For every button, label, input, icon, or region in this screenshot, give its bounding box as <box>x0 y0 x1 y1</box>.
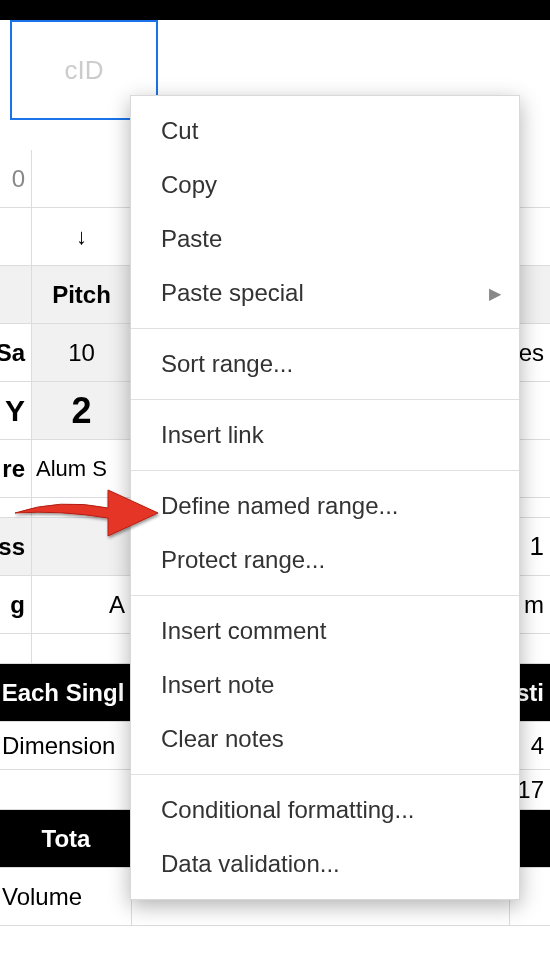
menu-item-protect-range[interactable]: Protect range... <box>131 533 519 587</box>
cell[interactable]: 2 <box>32 382 132 439</box>
menu-separator <box>131 399 519 400</box>
cell[interactable]: Alum S <box>32 440 132 497</box>
cell[interactable]: 10 <box>32 324 132 381</box>
menu-item-cut[interactable]: Cut <box>131 104 519 158</box>
cell[interactable]: Dimension <box>0 722 132 769</box>
menu-separator <box>131 595 519 596</box>
menu-label: Sort range... <box>161 350 293 378</box>
cell[interactable]: 0 <box>0 150 32 207</box>
menu-label: Conditional formatting... <box>161 796 414 824</box>
menu-label: Insert comment <box>161 617 326 645</box>
sort-arrow-icon[interactable]: ↓ <box>32 208 132 265</box>
menu-item-data-validation[interactable]: Data validation... <box>131 837 519 891</box>
cell[interactable] <box>0 770 132 809</box>
menu-label: Define named range... <box>161 492 398 520</box>
menu-separator <box>131 470 519 471</box>
menu-label: Copy <box>161 171 217 199</box>
cell[interactable]: Sa <box>0 324 32 381</box>
menu-label: Cut <box>161 117 198 145</box>
submenu-arrow-icon: ▶ <box>489 284 501 303</box>
cell[interactable] <box>32 634 132 663</box>
menu-label: Clear notes <box>161 725 284 753</box>
menu-item-paste-special[interactable]: Paste special ▶ <box>131 266 519 320</box>
menu-label: Protect range... <box>161 546 325 574</box>
cell[interactable]: Pitch <box>32 266 132 323</box>
menu-separator <box>131 328 519 329</box>
menu-item-insert-comment[interactable]: Insert comment <box>131 604 519 658</box>
cell[interactable] <box>0 498 32 517</box>
menu-item-copy[interactable]: Copy <box>131 158 519 212</box>
menu-label: Paste <box>161 225 222 253</box>
menu-item-conditional-formatting[interactable]: Conditional formatting... <box>131 783 519 837</box>
menu-item-insert-note[interactable]: Insert note <box>131 658 519 712</box>
window-titlebar <box>0 0 550 20</box>
menu-item-define-named-range[interactable]: Define named range... <box>131 479 519 533</box>
cell[interactable] <box>0 634 32 663</box>
cell[interactable] <box>0 266 32 323</box>
menu-item-insert-link[interactable]: Insert link <box>131 408 519 462</box>
menu-item-clear-notes[interactable]: Clear notes <box>131 712 519 766</box>
menu-label: Insert note <box>161 671 274 699</box>
cell[interactable]: ss <box>0 518 32 575</box>
menu-separator <box>131 774 519 775</box>
cell[interactable] <box>32 498 132 517</box>
menu-label: Paste special <box>161 279 304 307</box>
cell[interactable] <box>32 518 132 575</box>
cell[interactable] <box>32 150 132 207</box>
cell[interactable]: Volume <box>0 868 132 925</box>
cell[interactable]: Y <box>0 382 32 439</box>
cell[interactable]: Tota <box>0 810 132 867</box>
selected-cell-label: cID <box>65 55 104 86</box>
cell[interactable]: A <box>32 576 132 633</box>
cell[interactable]: Each Singl <box>0 664 132 721</box>
menu-label: Data validation... <box>161 850 340 878</box>
menu-label: Insert link <box>161 421 264 449</box>
context-menu: Cut Copy Paste Paste special ▶ Sort rang… <box>130 95 520 900</box>
menu-item-paste[interactable]: Paste <box>131 212 519 266</box>
cell[interactable]: re <box>0 440 32 497</box>
menu-item-sort-range[interactable]: Sort range... <box>131 337 519 391</box>
cell[interactable]: g <box>0 576 32 633</box>
cell[interactable] <box>0 208 32 265</box>
